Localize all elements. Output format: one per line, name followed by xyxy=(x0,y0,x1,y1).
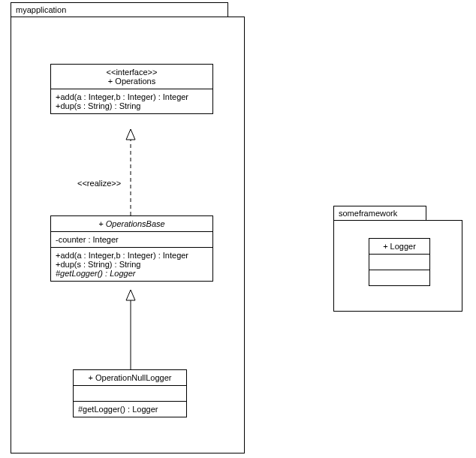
class-logger-name: + Logger xyxy=(383,242,416,251)
package-app-tab: myapplication xyxy=(11,2,228,17)
class-null-logger-name: + OperationNullLogger xyxy=(89,373,172,382)
class-operations: <<interface>> + Operations +add(a : Inte… xyxy=(50,64,213,114)
method-row: #getLogger() : Logger xyxy=(78,405,182,414)
class-operations-methods: +add(a : Integer,b : Integer) : Integer … xyxy=(51,89,212,113)
package-app-name: myapplication xyxy=(16,5,66,14)
class-logger: + Logger xyxy=(369,238,430,286)
class-null-logger-methods: #getLogger() : Logger xyxy=(74,402,186,417)
attr-row: -counter : Integer xyxy=(56,235,208,244)
package-framework-tab: someframework xyxy=(333,206,426,220)
class-operations-base: + OperationsBase -counter : Integer +add… xyxy=(50,215,213,282)
class-operations-base-name: + OperationsBase xyxy=(98,219,164,228)
method-row: +dup(s : String) : String xyxy=(56,101,208,110)
method-row: +add(a : Integer,b : Integer) : Integer xyxy=(56,92,208,101)
class-logger-attrs xyxy=(369,255,429,270)
relation-realize-label: <<realize>> xyxy=(77,179,121,188)
uml-diagram: myapplication someframework <<interface>… xyxy=(0,0,476,458)
class-operations-name: + Operations xyxy=(56,77,208,86)
class-operations-base-attrs: -counter : Integer xyxy=(51,232,212,248)
class-operations-base-methods: +add(a : Integer,b : Integer) : Integer … xyxy=(51,248,212,281)
method-row: #getLogger() : Logger xyxy=(56,269,208,278)
class-operations-title: <<interface>> + Operations xyxy=(51,65,212,89)
package-framework-name: someframework xyxy=(339,209,397,218)
class-null-logger: + OperationNullLogger #getLogger() : Log… xyxy=(73,369,187,417)
class-null-logger-attrs xyxy=(74,386,186,402)
class-logger-title: + Logger xyxy=(369,239,429,255)
method-row: +add(a : Integer,b : Integer) : Integer xyxy=(56,251,208,260)
method-row: +dup(s : String) : String xyxy=(56,260,208,269)
class-operations-base-title: + OperationsBase xyxy=(51,216,212,232)
class-logger-methods xyxy=(369,270,429,285)
class-null-logger-title: + OperationNullLogger xyxy=(74,370,186,386)
class-operations-stereotype: <<interface>> xyxy=(56,68,208,77)
